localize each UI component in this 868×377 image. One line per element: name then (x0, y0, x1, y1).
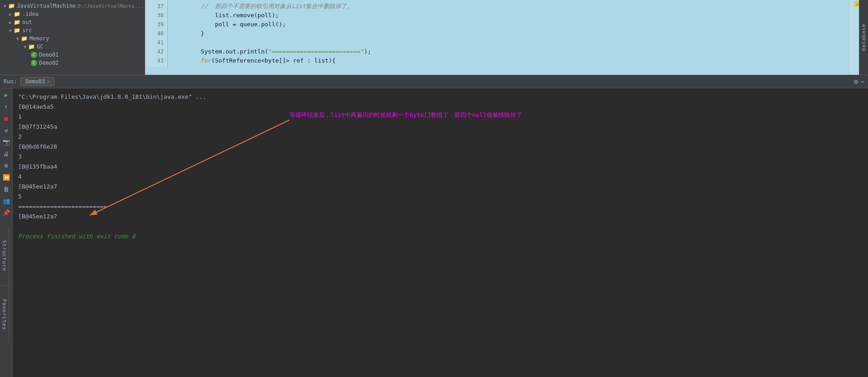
print-btn[interactable]: 🖨 (2, 149, 11, 158)
run-tab-close[interactable]: × (47, 79, 49, 84)
structure-tab[interactable]: Structure (0, 227, 9, 285)
run-body: ▶ ↑ ■ ↺ 📷 🖨 ⚙ ⏪ 🗑 👥 📌 "C:\Program Files\… (0, 88, 868, 377)
code-line-42: System.out.println("====================… (172, 47, 845, 56)
minimize-icon[interactable]: − (861, 78, 864, 85)
run-tab-name: Demo03 (25, 78, 45, 85)
idea-arrow: ▶ (9, 12, 12, 17)
output-line-10: 5 (18, 192, 863, 202)
code-line-41 (172, 38, 845, 47)
left-vertical-tabs: Structure Favorites (0, 227, 9, 343)
tree-out-label: out (22, 19, 32, 25)
output-finish: Process finished with exit code 0 (18, 232, 863, 242)
code-line-40: } (172, 29, 845, 38)
output-line-5: [B@6d6f6e28 (18, 142, 863, 152)
line-num-37: 37 (145, 2, 167, 11)
tree-root[interactable]: ▼ 📁 JavaVirtualMachine D:/JavaVirtualMac… (0, 2, 145, 10)
line-num-42: 42 (145, 47, 167, 56)
memory-arrow: ▼ (16, 36, 19, 41)
expand-arrow: ▼ (4, 4, 6, 9)
out-arrow: ▶ (9, 20, 12, 25)
settings-area: ⚙ − (854, 78, 864, 85)
database-tab-label: database (861, 24, 867, 51)
folder-icon-memory: 📁 (21, 35, 28, 42)
code-area: ▼ 📁 JavaVirtualMachine D:/JavaVirtualMac… (0, 0, 868, 75)
tree-idea[interactable]: ▶ 📁 .idea (0, 10, 145, 18)
output-line-7: [B@135fbaa4 (18, 162, 863, 172)
back-btn[interactable]: ⏪ (2, 173, 11, 182)
tree-root-path: D:/JavaVirtualMachi... (78, 3, 144, 9)
class-icon-demo01: C (31, 52, 37, 58)
tree-gc-label: GC (37, 44, 43, 50)
tree-src-label: src (22, 27, 32, 34)
output-line-4: 2 (18, 132, 863, 142)
line-num-43: 43 (145, 56, 167, 65)
line-num-41: 41 (145, 38, 167, 47)
file-tree: ▼ 📁 JavaVirtualMachine D:/JavaVirtualMac… (0, 0, 145, 75)
run-output[interactable]: "C:\Program Files\Java\jdk1.8.0_181\bin\… (13, 88, 868, 377)
users-btn[interactable]: 👥 (2, 196, 11, 205)
gc-arrow: ▼ (24, 44, 26, 49)
src-arrow: ▼ (9, 28, 12, 33)
database-tab[interactable]: database (859, 0, 868, 75)
folder-icon-root: 📁 (8, 3, 15, 9)
snapshot-btn[interactable]: 📷 (2, 137, 11, 146)
tree-gc[interactable]: ▼ 📁 GC (0, 43, 145, 51)
output-line-1: [B@14ae5a5 (18, 102, 863, 112)
code-editor: 37 38 39 40 41 42 43 // 那四个不需要的软引用对象从Lis… (145, 0, 868, 75)
tree-src[interactable]: ▼ 📁 src (0, 26, 145, 34)
run-header: Run: Demo03 × ⚙ − (0, 75, 868, 88)
trash-btn[interactable]: 🗑 (2, 184, 11, 193)
output-line-2: 1 (18, 112, 863, 122)
output-cmd-line: "C:\Program Files\Java\jdk1.8.0_181\bin\… (18, 92, 863, 102)
warning-icon: ⚠ (856, 1, 858, 6)
favorites-tab-label: Favorites (1, 299, 7, 330)
code-line-37: // 那四个不需要的软引用对象从List集合中删除掉了。 (172, 2, 845, 11)
output-line-6: 3 (18, 152, 863, 162)
output-line-9: [B@45ee12a7 (18, 182, 863, 192)
code-line-43: for(SoftReference<byte[]> ref : list){ (172, 56, 845, 65)
line-numbers: 37 38 39 40 41 42 43 (145, 0, 168, 67)
code-line-39: poll = queue.poll(); (172, 20, 845, 29)
line-num-39: 39 (145, 20, 167, 29)
rerun-btn[interactable]: ↺ (2, 126, 11, 135)
tree-demo01[interactable]: C Demo01 (0, 51, 145, 59)
settings-icon[interactable]: ⚙ (854, 78, 858, 85)
code-content[interactable]: // 那四个不需要的软引用对象从List集合中删除掉了。 list.remove… (168, 0, 850, 67)
output-line-3: [B@7f31245a (18, 122, 863, 132)
folder-icon-src: 📁 (14, 27, 20, 34)
run-label: Run: (4, 78, 17, 85)
folder-icon-out: 📁 (14, 19, 20, 25)
up-btn[interactable]: ↑ (2, 102, 11, 111)
output-line-8: 4 (18, 172, 863, 182)
tree-demo02-label: Demo02 (39, 60, 59, 66)
pin-btn[interactable]: 📌 (2, 208, 11, 217)
class-icon-demo02: C (31, 60, 37, 66)
tree-memory[interactable]: ▼ 📁 Memory (0, 34, 145, 43)
line-num-40: 40 (145, 29, 167, 38)
output-blank (18, 222, 863, 232)
tree-memory-label: Memory (29, 35, 49, 42)
tree-idea-label: .idea (22, 11, 39, 17)
output-line-12: [B@45ee12a7 (18, 212, 863, 222)
tree-out[interactable]: ▶ 📁 out (0, 18, 145, 26)
settings2-btn[interactable]: ⚙ (2, 161, 11, 170)
run-tab-demo03[interactable]: Demo03 × (20, 77, 54, 86)
run-btn[interactable]: ▶ (2, 90, 11, 99)
folder-icon-idea: 📁 (14, 11, 20, 17)
structure-tab-label: Structure (1, 240, 7, 271)
tree-demo01-label: Demo01 (39, 52, 59, 58)
tree-demo02[interactable]: C Demo02 (0, 59, 145, 67)
line-num-38: 38 (145, 11, 167, 20)
code-line-38: list.remove(poll); (172, 11, 845, 20)
favorites-tab[interactable]: Favorites (0, 285, 9, 344)
stop-btn[interactable]: ■ (2, 114, 11, 123)
output-line-11: ========================= (18, 202, 863, 212)
tree-root-label: JavaVirtualMachine (17, 3, 76, 9)
run-panel: Run: Demo03 × ⚙ − ▶ ↑ ■ ↺ 📷 🖨 ⚙ ⏪ 🗑 (0, 75, 868, 377)
folder-icon-gc: 📁 (28, 44, 35, 50)
